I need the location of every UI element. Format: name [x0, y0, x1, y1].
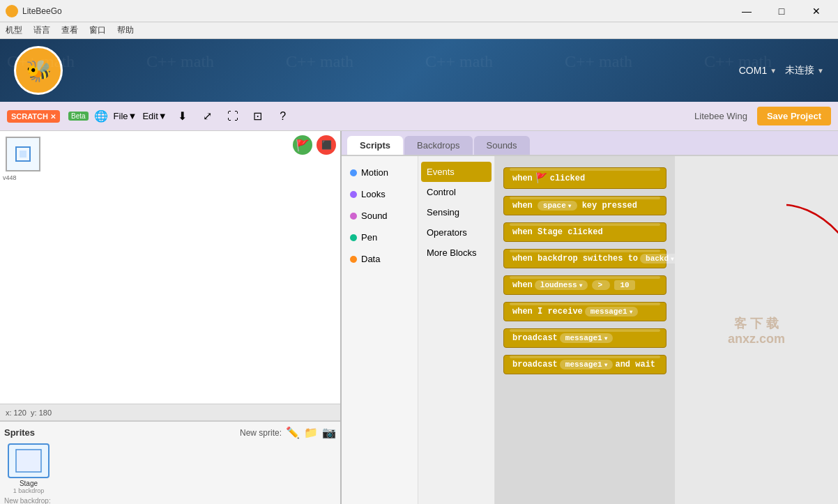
edit-menu[interactable]: Edit▼ — [142, 111, 167, 121]
category-sound-label: Sound — [361, 211, 388, 221]
block-when-flag-clicked[interactable]: when 🚩 clicked — [503, 167, 666, 189]
left-panel: v448 🚩 ⬛ x: 120 y: 180 Sprites New sprit… — [0, 131, 342, 504]
com-dropdown-arrow: ▼ — [770, 67, 777, 75]
block-when-backdrop-switches[interactable]: when backdrop switches to backd▼ — [503, 249, 666, 268]
backdrop-dropdown[interactable]: backd▼ — [640, 254, 675, 264]
header-right: COM1 ▼ 未连接 ▼ — [739, 64, 824, 77]
category-motion[interactable]: Motion — [342, 162, 418, 183]
sprite-icons: ✏️ 📁 📷 — [286, 426, 336, 439]
sprites-header: Sprites New sprite: ✏️ 📁 📷 — [4, 426, 336, 439]
download-icon-btn[interactable]: ⬇ — [173, 107, 192, 126]
toolbar-icons: ⬇ ⤢ ⛶ ⊡ ? — [173, 107, 293, 126]
motion-color-dot — [350, 169, 357, 176]
menu-item-model[interactable]: 机型 — [6, 24, 22, 36]
save-project-button[interactable]: Save Project — [757, 107, 831, 125]
connect-dropdown-arrow: ▼ — [817, 67, 824, 75]
blocks-panel: Motion Looks Sound Pen Data — [342, 156, 838, 504]
scratch-logo: SCRATCH ✕ — [7, 110, 60, 123]
minimize-button[interactable]: — — [731, 0, 763, 22]
sprite-thumbnail — [8, 443, 49, 478]
blocks-area: when 🚩 clicked when space ▼ key pressed … — [495, 156, 675, 504]
question-icon-btn[interactable]: ? — [273, 107, 293, 126]
stage-controls: 🚩 ⬛ — [289, 131, 340, 159]
sprites-title: Sprites — [4, 427, 35, 438]
broadcast-wait-dropdown[interactable]: message1 ▼ — [560, 360, 614, 369]
receive-dropdown[interactable]: message1 ▼ — [585, 307, 639, 316]
block-broadcast-wait[interactable]: broadcast message1 ▼ and wait — [503, 355, 666, 374]
block-when-receive[interactable]: when I receive message1 ▼ — [503, 302, 666, 321]
key-dropdown[interactable]: space ▼ — [538, 201, 577, 211]
maximize-button[interactable]: □ — [765, 0, 798, 22]
block-when-stage-clicked[interactable]: when Stage clicked — [503, 222, 666, 242]
menu-item-help[interactable]: 帮助 — [117, 24, 134, 36]
tab-scripts[interactable]: Scripts — [347, 136, 403, 155]
tab-sounds[interactable]: Sounds — [474, 136, 530, 155]
block-when-loudness[interactable]: when loudness ▼ > 10 — [503, 275, 666, 295]
connect-button[interactable]: 未连接 ▼ — [785, 64, 824, 77]
watermark-line1: 客 下 载 — [728, 314, 785, 331]
sprite-paint-icon[interactable]: ✏️ — [286, 426, 300, 439]
app-icon — [6, 5, 18, 17]
watermark: 客 下 载 anxz.com — [728, 314, 785, 346]
category-data[interactable]: Data — [342, 248, 418, 270]
subcat-sensing[interactable]: Sensing — [418, 202, 494, 222]
subcat-operators[interactable]: Operators — [418, 222, 494, 243]
loudness-value[interactable]: 10 — [614, 280, 635, 290]
com-selector[interactable]: COM1 ▼ — [739, 65, 777, 76]
watermark-line2: anxz.com — [728, 331, 785, 346]
subcat-operators-label: Operators — [427, 227, 467, 238]
loudness-dropdown[interactable]: loudness ▼ — [535, 280, 588, 290]
expand-icon-btn[interactable]: ⤢ — [198, 107, 218, 126]
sprite-sublabel: 1 backdrop — [13, 487, 45, 494]
red-arrow — [779, 191, 838, 303]
new-backdrop-label: New backdrop: — [4, 497, 336, 504]
operator-dropdown[interactable]: > — [592, 280, 610, 290]
sprite-camera-icon[interactable]: 📷 — [322, 426, 336, 439]
svg-rect-1 — [20, 151, 26, 158]
subcat-events[interactable]: Events — [421, 162, 492, 182]
list-item[interactable]: Stage 1 backdrop — [4, 443, 53, 494]
subcat-more-blocks-label: More Blocks — [427, 247, 477, 258]
subcat-events-label: Events — [427, 167, 455, 177]
menu-item-window[interactable]: 窗口 — [89, 24, 106, 36]
subcat-control-label: Control — [427, 187, 456, 197]
subcategories: Events Control Sensing Operators More Bl… — [418, 156, 495, 504]
app-title: LiteBeeGo — [22, 6, 731, 16]
category-looks-label: Looks — [361, 189, 386, 199]
resize2-icon-btn[interactable]: ⊡ — [248, 107, 268, 126]
resize-icon-btn[interactable]: ⛶ — [223, 107, 243, 126]
menu-item-view[interactable]: 查看 — [61, 24, 78, 36]
category-data-label: Data — [361, 254, 380, 264]
svg-rect-2 — [16, 450, 41, 472]
tab-backdrops[interactable]: Backdrops — [404, 136, 472, 155]
category-pen[interactable]: Pen — [342, 227, 418, 248]
com-label: COM1 — [739, 65, 767, 76]
stage-sprite-thumb — [6, 137, 40, 171]
subcat-more-blocks[interactable]: More Blocks — [418, 243, 494, 263]
sound-color-dot — [350, 213, 357, 220]
block-broadcast[interactable]: broadcast message1 ▼ — [503, 328, 666, 348]
stage-area: v448 🚩 ⬛ — [0, 131, 340, 404]
stop-button[interactable]: ⬛ — [317, 135, 336, 155]
globe-icon[interactable]: 🌐 — [94, 109, 108, 123]
block-when-key-pressed[interactable]: when space ▼ key pressed — [503, 196, 666, 215]
coords-bar: x: 120 y: 180 — [0, 404, 340, 420]
litebee-wing-label: Litebee Wing — [694, 111, 747, 121]
sprite-upload-icon[interactable]: 📁 — [304, 426, 318, 439]
broadcast-dropdown[interactable]: message1 ▼ — [560, 333, 614, 343]
code-area: M1▼ 电机的转速为 0▼ when 🚩 clicked — [675, 156, 838, 504]
category-pen-label: Pen — [361, 232, 377, 243]
menu-item-language[interactable]: 语言 — [33, 24, 50, 36]
close-button[interactable]: ✕ — [800, 0, 832, 22]
category-sound[interactable]: Sound — [342, 205, 418, 227]
file-menu[interactable]: File▼ — [114, 111, 137, 121]
y-coord: y: 180 — [31, 408, 52, 417]
workspace: M1▼ 电机的转速为 0▼ when 🚩 clicked — [675, 156, 838, 504]
green-flag-button[interactable]: 🚩 — [293, 135, 312, 155]
beta-badge: Beta — [68, 112, 89, 121]
window-controls: — □ ✕ — [731, 0, 832, 22]
when-stage-clicked-label: when Stage clicked — [512, 227, 603, 237]
subcat-control[interactable]: Control — [418, 182, 494, 202]
category-looks[interactable]: Looks — [342, 183, 418, 205]
looks-color-dot — [350, 191, 357, 198]
